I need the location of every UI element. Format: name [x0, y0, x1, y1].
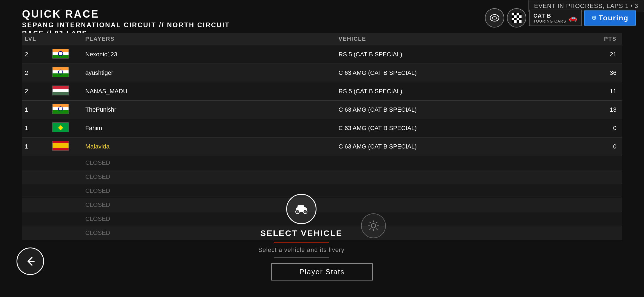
col-lvl: LVL [22, 36, 50, 42]
vehicle-icon-circle [286, 194, 316, 224]
player-name: Nexonic123 [83, 51, 336, 58]
svg-rect-19 [298, 205, 304, 209]
svg-rect-10 [512, 18, 514, 20]
table-row: 2 NANAS_MADU RS 5 (CAT B SPECIAL) 11 [22, 82, 622, 101]
player-lvl: 1 [22, 106, 50, 113]
svg-rect-15 [514, 20, 517, 23]
svg-point-22 [297, 211, 298, 213]
table-row: 2 ayushtiger C 63 AMG (CAT B SPECIAL) 36 [22, 64, 622, 82]
touring-label: Touring [599, 14, 629, 22]
player-flag [50, 122, 83, 134]
player-lvl: 2 [22, 88, 50, 95]
table-row: 1 Fahim C 63 AMG (CAT B SPECIAL) 0 [22, 119, 622, 138]
player-flag [50, 49, 83, 60]
svg-rect-2 [512, 13, 514, 15]
col-pts: PTS [589, 36, 622, 42]
page-title: QUICK RACE [22, 8, 230, 20]
settings-button[interactable] [361, 213, 386, 238]
player-name: ayushtiger [83, 69, 336, 76]
player-name: ThePunishr [83, 106, 336, 113]
svg-rect-8 [517, 15, 519, 18]
player-flag [50, 141, 83, 152]
player-vehicle: C 63 AMG (CAT B SPECIAL) [336, 69, 589, 76]
player-flag [50, 104, 83, 116]
bottom-section: SELECT VEHICLE Select a vehicle and its … [0, 194, 644, 280]
action-buttons: SELECT VEHICLE Select a vehicle and its … [258, 194, 386, 258]
col-vehicle: VEHICLE [336, 36, 589, 42]
player-vehicle: C 63 AMG (CAT B SPECIAL) [336, 125, 589, 132]
player-flag [50, 86, 83, 97]
table-row-closed: CLOSED [22, 170, 622, 184]
player-pts: 0 [589, 125, 622, 132]
table-header: LVL PLAYERS VEHICLE PTS [22, 33, 622, 45]
slot-status: CLOSED [83, 187, 336, 194]
player-stats-button[interactable]: Player Stats [271, 263, 373, 280]
select-vehicle-button[interactable]: SELECT VEHICLE Select a vehicle and its … [258, 194, 344, 258]
top-right-icons: CAT B TOURING CARS 🚗 ⊕ Touring [485, 8, 636, 28]
svg-point-0 [490, 15, 499, 21]
col-players: PLAYERS [83, 36, 336, 42]
player-name: Malavida [83, 143, 336, 150]
player-lvl: 1 [22, 125, 50, 132]
slot-status: CLOSED [83, 173, 336, 180]
svg-rect-7 [514, 15, 517, 18]
player-lvl: 1 [22, 143, 50, 150]
svg-rect-5 [519, 13, 522, 15]
table-row: 1 Malavida C 63 AMG (CAT B SPECIAL) 0 [22, 138, 622, 156]
svg-rect-14 [512, 20, 514, 23]
svg-point-23 [304, 211, 306, 213]
player-name: Fahim [83, 125, 336, 132]
slot-status: CLOSED [83, 159, 336, 166]
table-row: 2 Nexonic123 RS 5 (CAT B SPECIAL) 21 [22, 45, 622, 64]
select-vehicle-label: SELECT VEHICLE [260, 229, 343, 238]
svg-rect-13 [519, 18, 522, 20]
player-vehicle: C 63 AMG (CAT B SPECIAL) [336, 106, 589, 113]
circuit-icon[interactable] [485, 8, 504, 28]
select-vehicle-sublabel: Select a vehicle and its livery [258, 246, 344, 254]
svg-rect-3 [514, 13, 517, 15]
svg-rect-9 [519, 15, 522, 18]
player-vehicle: RS 5 (CAT B SPECIAL) [336, 51, 589, 58]
svg-rect-12 [517, 18, 519, 20]
player-pts: 11 [589, 88, 622, 95]
svg-rect-11 [514, 18, 517, 20]
player-pts: 36 [589, 69, 622, 76]
svg-rect-6 [512, 15, 514, 18]
svg-rect-16 [517, 20, 519, 23]
back-button[interactable] [17, 248, 44, 275]
player-pts: 0 [589, 143, 622, 150]
player-vehicle: RS 5 (CAT B SPECIAL) [336, 88, 589, 95]
cat-b-label: CAT B [533, 12, 566, 19]
checkered-icon[interactable] [507, 8, 526, 28]
player-lvl: 2 [22, 69, 50, 76]
car-icon: 🚗 [568, 14, 577, 22]
svg-point-1 [492, 16, 497, 19]
player-vehicle: C 63 AMG (CAT B SPECIAL) [336, 143, 589, 150]
svg-point-24 [371, 224, 376, 228]
player-lvl: 2 [22, 51, 50, 58]
svg-rect-4 [517, 13, 519, 15]
table-row: 1 ThePunishr C 63 AMG (CAT B SPECIAL) 13 [22, 101, 622, 119]
circuit-name: SEPANG INTERNATIONAL CIRCUIT // NORTH CI… [22, 21, 230, 29]
player-name: NANAS_MADU [83, 88, 336, 95]
touring-badge: ⊕ Touring [584, 10, 636, 26]
player-pts: 13 [589, 106, 622, 113]
cat-b-sub: TOURING CARS [533, 19, 566, 23]
player-flag [50, 67, 83, 79]
svg-rect-17 [519, 20, 522, 23]
col-flag [50, 36, 83, 42]
cat-b-badge: CAT B TOURING CARS 🚗 [529, 10, 582, 26]
table-row-closed: CLOSED [22, 156, 622, 170]
touring-plus-icon: ⊕ [591, 14, 597, 21]
player-pts: 21 [589, 51, 622, 58]
